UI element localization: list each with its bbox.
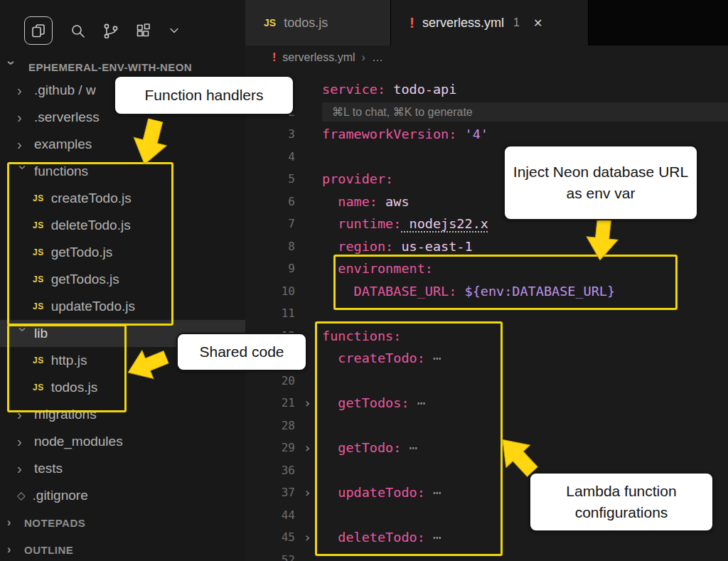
- line-number[interactable]: 45: [245, 530, 295, 544]
- code-line[interactable]: 1service: todo-api: [245, 78, 728, 101]
- tree-item-node_modules[interactable]: ›node_modules: [0, 428, 245, 455]
- extensions-icon[interactable]: [135, 23, 151, 38]
- code-line[interactable]: 13 createTodo: ⋯: [245, 347, 728, 370]
- section-label: NOTEPADS: [24, 517, 85, 529]
- section-label: OUTLINE: [24, 544, 73, 556]
- line-number[interactable]: 7: [245, 217, 295, 230]
- chevron-down-icon[interactable]: [168, 24, 181, 37]
- tree-item-label: lib: [34, 326, 48, 341]
- line-number[interactable]: 3: [245, 127, 295, 141]
- token: provider:: [322, 171, 393, 186]
- tree-item-label: updateTodo.js: [51, 299, 135, 314]
- tree-item-functions[interactable]: ›functions: [0, 158, 245, 185]
- tree-item-label: .gitignore: [33, 488, 88, 503]
- line-number[interactable]: 11: [245, 306, 295, 320]
- line-number[interactable]: 20: [245, 374, 295, 388]
- tree-item-label: createTodo.js: [51, 191, 132, 206]
- file-tree: ›.github / w›.serverless›examples›functi…: [0, 77, 245, 561]
- fold-chevron-icon[interactable]: ›: [304, 397, 311, 410]
- code-line[interactable]: 8 region: us-east-1: [245, 235, 728, 258]
- code-line[interactable]: 3frameworkVersion: '4': [245, 123, 728, 146]
- line-number[interactable]: 44: [245, 508, 295, 522]
- chevron-right-icon: ›: [17, 83, 30, 97]
- close-icon[interactable]: ✕: [533, 16, 542, 30]
- line-number[interactable]: 9: [245, 262, 295, 275]
- warning-icon: !: [410, 14, 414, 31]
- token: createTodo:: [322, 351, 425, 365]
- tree-item-createtodo-js[interactable]: JScreateTodo.js: [0, 185, 245, 212]
- line-number[interactable]: 5: [245, 172, 295, 186]
- line-number[interactable]: 36: [245, 464, 295, 477]
- fold-chevron-icon[interactable]: ›: [304, 486, 311, 499]
- code-line[interactable]: 9 environment:: [245, 257, 728, 280]
- tree-item-todos-js[interactable]: JStodos.js: [0, 374, 245, 401]
- tree-item-gettodo-js[interactable]: JSgetTodo.js: [0, 239, 245, 266]
- code-line[interactable]: 28: [245, 415, 728, 437]
- tree-item-updatetodo-js[interactable]: JSupdateTodo.js: [0, 293, 245, 320]
- code-text: getTodos: ⋯: [322, 395, 425, 410]
- modified-badge: 1: [513, 16, 520, 29]
- section-notepads[interactable]: ›NOTEPADS: [0, 509, 245, 536]
- code-line[interactable]: 52: [245, 549, 728, 561]
- breadcrumb-file[interactable]: serverless.yml: [282, 51, 355, 64]
- code-line[interactable]: 12functions:: [245, 325, 728, 348]
- token: service:: [322, 82, 385, 97]
- breadcrumb: ! serverless.yml › …: [245, 46, 728, 70]
- tab-serverless-yml[interactable]: !serverless.yml1✕: [391, 0, 589, 46]
- line-number[interactable]: 52: [245, 553, 295, 561]
- token: ⋯: [425, 485, 441, 500]
- tab-todos-js[interactable]: JStodos.js: [245, 0, 391, 46]
- tab-label: todos.js: [284, 16, 328, 31]
- chevron-right-icon: ›: [17, 434, 30, 449]
- tree-item--gitignore[interactable]: ◇.gitignore: [0, 482, 245, 509]
- explorer-root[interactable]: › EPHEMERAL-ENV-WITH-NEON: [0, 57, 245, 77]
- line-number[interactable]: 28: [245, 419, 295, 432]
- explorer-active-indicator[interactable]: [24, 16, 53, 45]
- chevron-down-icon: ›: [5, 60, 19, 73]
- code-text: DATABASE_URL: ${env:DATABASE_URL}: [322, 284, 615, 299]
- token: frameworkVersion:: [322, 127, 456, 141]
- token: ⋯: [425, 530, 441, 545]
- code-line[interactable]: 29› getTodo: ⋯: [245, 437, 728, 459]
- vscode-window: › EPHEMERAL-ENV-WITH-NEON ›.github / w›.…: [0, 0, 728, 561]
- js-file-icon: JS: [33, 247, 44, 257]
- token: name:: [322, 194, 378, 209]
- tree-item-gettodos-js[interactable]: JSgetTodos.js: [0, 266, 245, 293]
- line-number[interactable]: 8: [245, 240, 295, 253]
- tree-item-tests[interactable]: ›tests: [0, 455, 245, 482]
- line-number[interactable]: 10: [245, 284, 295, 298]
- line-number[interactable]: 29: [245, 441, 295, 454]
- line-number[interactable]: 4: [245, 150, 295, 164]
- chevron-right-icon: ›: [7, 517, 20, 528]
- fold-chevron-icon[interactable]: ›: [304, 531, 311, 544]
- section-outline[interactable]: ›OUTLINE: [0, 536, 245, 561]
- code-line[interactable]: 2⌘L to chat, ⌘K to generate: [245, 101, 728, 124]
- token: getTodo:: [322, 440, 401, 455]
- code-text: getTodo: ⋯: [322, 440, 417, 455]
- code-line[interactable]: 20: [245, 370, 728, 392]
- breadcrumb-ellipsis[interactable]: …: [372, 51, 383, 64]
- line-number[interactable]: 37: [245, 486, 295, 499]
- code-text: runtime: nodejs22.x: [322, 216, 488, 231]
- source-control-icon[interactable]: [102, 23, 118, 38]
- js-file-icon: JS: [33, 220, 44, 230]
- code-line[interactable]: 21› getTodos: ⋯: [245, 392, 728, 415]
- chevron-down-icon: ›: [16, 165, 31, 178]
- explorer-root-label: EPHEMERAL-ENV-WITH-NEON: [28, 61, 192, 73]
- tree-item-label: node_modules: [34, 434, 123, 449]
- file-icon: ◇: [17, 489, 26, 502]
- code-line[interactable]: 10 DATABASE_URL: ${env:DATABASE_URL}: [245, 280, 728, 303]
- token: '4': [456, 127, 488, 141]
- search-icon[interactable]: [70, 23, 85, 38]
- line-number[interactable]: 21: [245, 396, 295, 410]
- tree-item-migrations[interactable]: ›migrations: [0, 401, 245, 428]
- code-text: createTodo: ⋯: [322, 351, 441, 365]
- line-number[interactable]: 6: [245, 195, 295, 208]
- tree-item-deletetodo-js[interactable]: JSdeleteTodo.js: [0, 212, 245, 239]
- tree-item-examples[interactable]: ›examples: [0, 131, 245, 158]
- callout-function-handlers: Function handlers: [114, 75, 294, 115]
- code-line[interactable]: 11: [245, 302, 728, 325]
- fold-chevron-icon[interactable]: ›: [304, 442, 311, 454]
- callout-inject-neon: Inject Neon database URL as env var: [503, 145, 698, 220]
- code-text: deleteTodo: ⋯: [322, 530, 441, 545]
